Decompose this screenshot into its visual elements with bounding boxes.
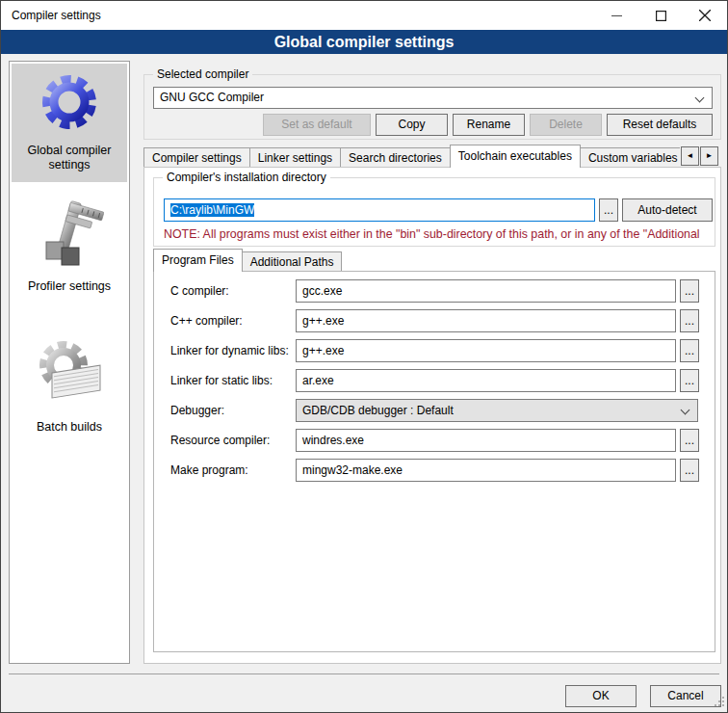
- installation-directory-browse-button[interactable]: ...: [599, 198, 618, 222]
- compiler-settings-dialog: Compiler settings Global compiler settin…: [0, 0, 728, 713]
- static-linker-label: Linker for static libs:: [170, 369, 273, 392]
- bin-subdirectory-note: NOTE: All programs must exist either in …: [164, 227, 713, 241]
- settings-tab-strip: Compiler settings Linker settings Search…: [143, 145, 680, 168]
- dynamic-linker-value: g++.exe: [302, 344, 344, 357]
- page-title: Global compiler settings: [1, 30, 727, 54]
- selected-compiler-group-label: Selected compiler: [153, 67, 252, 81]
- installation-directory-input[interactable]: C:\raylib\MinGW: [164, 198, 595, 222]
- tab-additional-paths[interactable]: Additional Paths: [242, 251, 343, 272]
- tab-search-directories[interactable]: Search directories: [340, 147, 451, 168]
- sidebar-item-label: Profiler settings: [28, 279, 111, 294]
- reset-defaults-button[interactable]: Reset defaults: [607, 114, 713, 136]
- resource-compiler-value: windres.exe: [302, 434, 364, 447]
- resource-compiler-input[interactable]: windres.exe: [296, 429, 676, 452]
- make-program-label: Make program:: [170, 459, 248, 482]
- minimize-button[interactable]: [594, 1, 638, 30]
- c-compiler-browse-button[interactable]: ...: [680, 279, 699, 303]
- maximize-icon: [656, 11, 666, 21]
- toolchain-executables-page: Compiler's installation directory C:\ray…: [143, 167, 721, 664]
- tab-linker-settings[interactable]: Linker settings: [249, 147, 341, 168]
- settings-category-list: Global compiler settings: [9, 61, 130, 664]
- compiler-select-value: GNU GCC Compiler: [160, 91, 264, 104]
- gear-gray-icon: [33, 336, 106, 413]
- static-linker-row: Linker for static libs: ar.exe ...: [170, 369, 700, 392]
- caption-buttons: [594, 1, 727, 30]
- dynamic-linker-input[interactable]: g++.exe: [296, 339, 676, 362]
- sidebar-item-label: Batch builds: [37, 420, 102, 435]
- c-compiler-value: gcc.exe: [302, 284, 342, 298]
- ok-button[interactable]: OK: [565, 685, 637, 707]
- program-files-panel: C compiler: gcc.exe ... C++ compiler: g+…: [153, 271, 715, 652]
- cpp-compiler-input[interactable]: g++.exe: [296, 309, 676, 332]
- make-program-browse-button[interactable]: ...: [680, 459, 699, 482]
- minimize-icon: [611, 11, 622, 21]
- maximize-button[interactable]: [638, 1, 683, 30]
- tab-toolchain-executables[interactable]: Toolchain executables: [450, 145, 581, 168]
- static-linker-input[interactable]: ar.exe: [296, 369, 676, 392]
- installation-directory-value: C:\raylib\MinGW: [170, 203, 254, 217]
- make-program-input[interactable]: mingw32-make.exe: [296, 459, 676, 482]
- tab-scroll-right-button[interactable]: ►: [700, 146, 718, 166]
- tab-compiler-settings[interactable]: Compiler settings: [143, 147, 250, 168]
- dynamic-linker-browse-button[interactable]: ...: [680, 339, 699, 362]
- cpp-compiler-value: g++.exe: [302, 314, 344, 328]
- debugger-value: GDB/CDB debugger : Default: [302, 404, 454, 417]
- sidebar-item-batch-builds[interactable]: Batch builds: [12, 329, 127, 444]
- selected-compiler-group: Selected compiler GNU GCC Compiler Set a…: [143, 74, 721, 140]
- cancel-button[interactable]: Cancel: [650, 685, 721, 707]
- make-program-value: mingw32-make.exe: [302, 463, 403, 477]
- title-bar[interactable]: Compiler settings: [1, 1, 727, 30]
- window-title: Compiler settings: [12, 9, 101, 22]
- c-compiler-label: C compiler:: [170, 279, 229, 303]
- program-files-tab-strip: Program Files Additional Paths: [153, 249, 341, 272]
- debugger-select[interactable]: GDB/CDB debugger : Default: [296, 399, 698, 422]
- cpp-compiler-row: C++ compiler: g++.exe ...: [170, 309, 700, 332]
- tab-scroll-left-button[interactable]: ◄: [681, 146, 699, 166]
- resource-compiler-browse-button[interactable]: ...: [680, 429, 699, 452]
- footer-separator: [9, 673, 719, 674]
- tab-custom-variables[interactable]: Custom variables: [580, 147, 680, 168]
- close-icon: [699, 10, 711, 21]
- debugger-row: Debugger: GDB/CDB debugger : Default: [170, 399, 700, 422]
- tab-scroll-buttons: ◄ ►: [681, 146, 718, 166]
- static-linker-browse-button[interactable]: ...: [680, 369, 699, 392]
- set-as-default-button[interactable]: Set as default: [263, 114, 371, 136]
- cpp-compiler-browse-button[interactable]: ...: [680, 309, 699, 332]
- installation-directory-group-label: Compiler's installation directory: [163, 171, 330, 184]
- sidebar-item-label: Global compiler settings: [13, 144, 125, 172]
- sidebar-item-profiler-settings[interactable]: Profiler settings: [12, 192, 127, 304]
- rename-button[interactable]: Rename: [453, 114, 525, 136]
- tab-program-files[interactable]: Program Files: [153, 249, 243, 272]
- c-compiler-row: C compiler: gcc.exe ...: [170, 279, 700, 303]
- arrow-right-icon: ►: [706, 151, 714, 160]
- debugger-label: Debugger:: [170, 399, 224, 422]
- c-compiler-input[interactable]: gcc.exe: [296, 279, 676, 303]
- dynamic-linker-label: Linker for dynamic libs:: [170, 339, 289, 362]
- gear-blue-icon: [39, 71, 100, 137]
- delete-button[interactable]: Delete: [530, 114, 602, 136]
- chevron-down-icon: [695, 93, 705, 103]
- close-button[interactable]: [683, 1, 727, 30]
- resize-grip[interactable]: [714, 696, 725, 710]
- arrow-left-icon: ◄: [687, 151, 694, 160]
- caliper-icon: [35, 199, 104, 273]
- chevron-down-icon: [681, 406, 690, 415]
- installation-directory-group: Compiler's installation directory C:\ray…: [153, 177, 715, 247]
- sidebar-item-global-compiler-settings[interactable]: Global compiler settings: [12, 64, 127, 182]
- make-program-row: Make program: mingw32-make.exe ...: [170, 459, 700, 482]
- compiler-actions: Set as default Copy Rename Delete Reset …: [153, 114, 713, 136]
- resource-compiler-label: Resource compiler:: [170, 429, 270, 452]
- auto-detect-button[interactable]: Auto-detect: [622, 198, 713, 222]
- copy-button[interactable]: Copy: [376, 114, 448, 136]
- dynamic-linker-row: Linker for dynamic libs: g++.exe ...: [170, 339, 700, 362]
- compiler-select[interactable]: GNU GCC Compiler: [153, 87, 713, 109]
- static-linker-value: ar.exe: [302, 374, 334, 387]
- cpp-compiler-label: C++ compiler:: [170, 309, 243, 332]
- resource-compiler-row: Resource compiler: windres.exe ...: [170, 429, 700, 452]
